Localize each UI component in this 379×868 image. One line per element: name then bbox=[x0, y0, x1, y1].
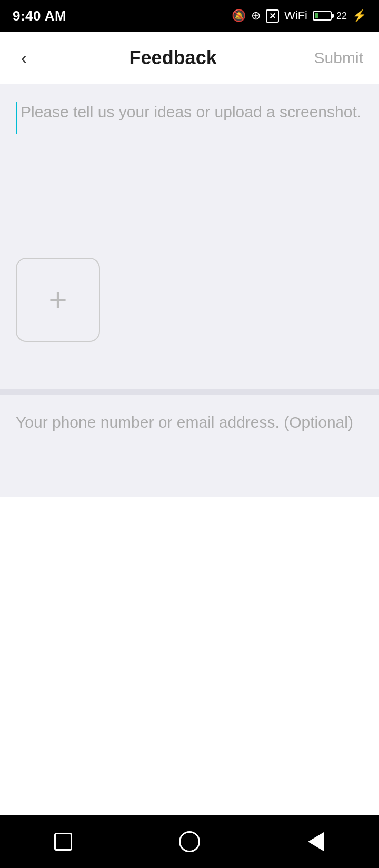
wifi-icon: WiFi bbox=[284, 9, 307, 23]
content-area: + bbox=[0, 84, 379, 815]
text-input-container[interactable] bbox=[16, 100, 363, 242]
contact-textarea[interactable] bbox=[16, 410, 363, 481]
charging-icon: ⚡ bbox=[352, 9, 366, 23]
battery-level: 22 bbox=[336, 11, 347, 22]
status-time: 9:40 AM bbox=[13, 8, 66, 24]
back-nav-button[interactable] bbox=[300, 826, 332, 857]
section-divider bbox=[0, 389, 379, 395]
nav-bar: ‹ Feedback Submit bbox=[0, 32, 379, 84]
feedback-section: + bbox=[0, 84, 379, 389]
back-triangle-icon bbox=[308, 832, 324, 851]
battery-indicator: 22 bbox=[313, 11, 347, 22]
contact-section[interactable] bbox=[0, 395, 379, 497]
text-cursor bbox=[16, 102, 17, 134]
plus-icon: + bbox=[48, 284, 67, 316]
sim-icon: ✕ bbox=[266, 9, 279, 23]
recent-apps-button[interactable] bbox=[47, 826, 79, 857]
page-title: Feedback bbox=[129, 47, 217, 69]
back-button[interactable]: ‹ bbox=[16, 44, 32, 72]
upload-button[interactable]: + bbox=[16, 258, 100, 342]
circle-icon bbox=[179, 831, 200, 852]
home-button[interactable] bbox=[174, 826, 205, 857]
status-icons: 🔕 ⊕ ✕ WiFi 22 ⚡ bbox=[232, 9, 366, 23]
bottom-nav bbox=[0, 815, 379, 868]
location-icon: ⊕ bbox=[251, 9, 261, 23]
main-white-space bbox=[0, 497, 379, 815]
mute-icon: 🔕 bbox=[232, 9, 246, 23]
status-bar: 9:40 AM 🔕 ⊕ ✕ WiFi 22 ⚡ bbox=[0, 0, 379, 32]
square-icon bbox=[54, 833, 72, 851]
feedback-textarea[interactable] bbox=[21, 100, 363, 242]
submit-button[interactable]: Submit bbox=[314, 49, 363, 67]
